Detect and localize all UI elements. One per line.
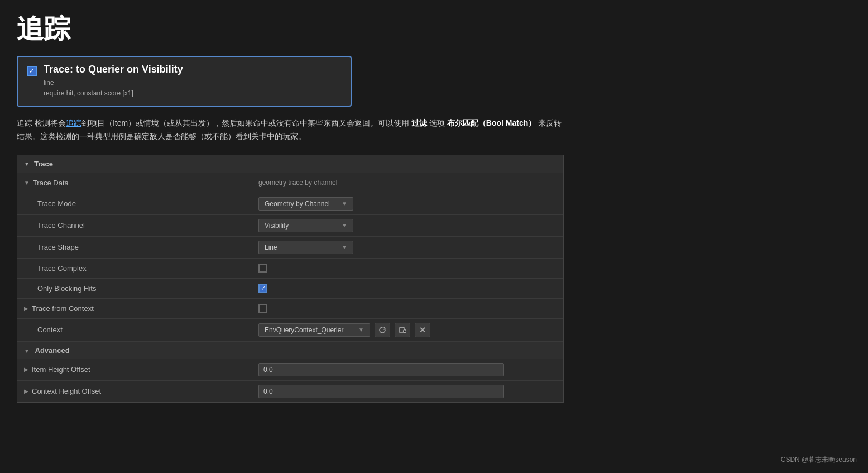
panel-collapse-arrow[interactable]: ▼ xyxy=(24,161,30,167)
trace-mode-value: Geometry by Channel ▼ xyxy=(258,197,557,211)
trace-mode-label: Trace Mode xyxy=(24,199,258,208)
trace-data-label-text: Trace Data xyxy=(33,179,69,187)
desc-part1: 追踪 检测将会 xyxy=(17,118,66,127)
trace-channel-value: Visibility ▼ xyxy=(258,219,557,232)
desc-filter: 过滤 xyxy=(411,118,427,127)
context-value: EnvQueryContext_Querier ▼ xyxy=(258,323,557,337)
trace-from-context-value xyxy=(258,304,557,313)
node-subtitle-line1: line xyxy=(44,78,342,88)
trace-from-context-row: ▶ Trace from Context xyxy=(17,299,563,319)
desc-bool: 布尔匹配（Bool Match） xyxy=(447,118,536,127)
watermark: CSDN @暮志未晚season xyxy=(781,455,857,465)
panel-header: ▼ Trace xyxy=(17,155,563,173)
context-browse-icon[interactable] xyxy=(395,323,410,337)
item-height-offset-label: ▶ Item Height Offset xyxy=(24,365,258,374)
trace-complex-label: Trace Complex xyxy=(24,264,258,273)
svg-line-2 xyxy=(406,332,406,333)
trace-channel-label: Trace Channel xyxy=(24,221,258,230)
trace-mode-dropdown-text: Geometry by Channel xyxy=(265,200,330,208)
node-content: Trace: to Querier on Visibility line req… xyxy=(44,64,342,99)
trace-shape-label: Trace Shape xyxy=(24,243,258,251)
context-height-offset-value xyxy=(258,385,557,398)
only-blocking-hits-label: Only Blocking Hits xyxy=(24,284,258,293)
context-reset-icon[interactable] xyxy=(375,323,390,337)
item-height-offset-row: ▶ Item Height Offset xyxy=(17,359,563,381)
trace-channel-dropdown-arrow: ▼ xyxy=(342,222,347,228)
context-dropdown-text: EnvQueryContext_Querier xyxy=(265,326,343,334)
trace-from-context-arrow[interactable]: ▶ xyxy=(24,305,28,312)
context-dropdown[interactable]: EnvQueryContext_Querier ▼ xyxy=(258,323,370,337)
node-checkbox[interactable] xyxy=(27,66,37,76)
item-height-offset-input[interactable] xyxy=(258,363,504,376)
node-subtitle-line2: require hit, constant score [x1] xyxy=(44,88,342,99)
context-height-offset-input[interactable] xyxy=(258,385,504,398)
trace-channel-dropdown-text: Visibility xyxy=(265,222,289,230)
desc-part3: 选项 xyxy=(427,118,447,127)
item-height-offset-label-text: Item Height Offset xyxy=(32,365,90,374)
trace-data-value: geometry trace by channel xyxy=(258,179,557,187)
trace-shape-dropdown-text: Line xyxy=(265,243,277,251)
trace-shape-row: Trace Shape Line ▼ xyxy=(17,237,563,259)
trace-mode-dropdown-arrow: ▼ xyxy=(342,200,347,207)
advanced-label: Advanced xyxy=(35,346,70,355)
context-label: Context xyxy=(24,326,258,334)
desc-part2: 到项目（Item）或情境（或从其出发），然后如果命中或没有命中某些东西又会返回。… xyxy=(81,118,411,127)
trace-channel-dropdown[interactable]: Visibility ▼ xyxy=(258,219,353,232)
advanced-arrow[interactable]: ▼ xyxy=(24,348,30,354)
trace-data-value-text: geometry trace by channel xyxy=(258,179,337,187)
context-dropdown-arrow: ▼ xyxy=(358,327,364,333)
only-blocking-hits-row: Only Blocking Hits xyxy=(17,279,563,299)
trace-shape-dropdown[interactable]: Line ▼ xyxy=(258,241,353,254)
node-title: Trace: to Querier on Visibility xyxy=(44,64,342,75)
context-clear-icon[interactable]: ✕ xyxy=(415,323,430,337)
trace-complex-label-text: Trace Complex xyxy=(37,264,87,273)
only-blocking-hits-value xyxy=(258,284,557,293)
item-height-offset-value xyxy=(258,363,557,376)
page-title: 追踪 xyxy=(17,11,851,47)
trace-from-context-label: ▶ Trace from Context xyxy=(24,304,258,313)
node-card: Trace: to Querier on Visibility line req… xyxy=(17,56,352,107)
trace-complex-row: Trace Complex xyxy=(17,259,563,279)
trace-data-row: ▼ Trace Data geometry trace by channel xyxy=(17,173,563,193)
trace-mode-row: Trace Mode Geometry by Channel ▼ xyxy=(17,193,563,215)
context-height-offset-label: ▶ Context Height Offset xyxy=(24,387,258,395)
trace-panel: ▼ Trace ▼ Trace Data geometry trace by c… xyxy=(17,155,564,403)
trace-data-label: ▼ Trace Data xyxy=(24,179,258,187)
trace-shape-dropdown-arrow: ▼ xyxy=(342,244,347,250)
context-height-offset-arrow[interactable]: ▶ xyxy=(24,388,28,394)
only-blocking-hits-label-text: Only Blocking Hits xyxy=(37,284,96,293)
trace-complex-value xyxy=(258,264,557,273)
trace-channel-label-text: Trace Channel xyxy=(37,221,85,230)
panel-header-title: Trace xyxy=(34,160,53,168)
item-height-offset-arrow[interactable]: ▶ xyxy=(24,366,28,372)
trace-shape-label-text: Trace Shape xyxy=(37,243,79,251)
x-icon: ✕ xyxy=(419,326,426,335)
desc-link[interactable]: 追踪 xyxy=(66,118,81,127)
trace-channel-row: Trace Channel Visibility ▼ xyxy=(17,215,563,237)
trace-complex-checkbox[interactable] xyxy=(258,264,267,273)
context-label-text: Context xyxy=(37,326,63,334)
advanced-header: ▼ Advanced xyxy=(17,342,563,359)
context-height-offset-row: ▶ Context Height Offset xyxy=(17,381,563,402)
trace-mode-dropdown[interactable]: Geometry by Channel ▼ xyxy=(258,197,353,211)
description-text: 追踪 检测将会追踪到项目（Item）或情境（或从其出发），然后如果命中或没有命中… xyxy=(17,117,564,144)
trace-mode-label-text: Trace Mode xyxy=(37,199,76,208)
only-blocking-hits-checkbox[interactable] xyxy=(258,284,267,293)
trace-shape-value: Line ▼ xyxy=(258,241,557,254)
trace-from-context-label-text: Trace from Context xyxy=(32,304,94,313)
trace-from-context-checkbox[interactable] xyxy=(258,304,267,313)
trace-data-arrow[interactable]: ▼ xyxy=(24,180,30,186)
context-height-offset-label-text: Context Height Offset xyxy=(32,387,101,395)
context-row: Context EnvQueryContext_Querier ▼ xyxy=(17,319,563,342)
